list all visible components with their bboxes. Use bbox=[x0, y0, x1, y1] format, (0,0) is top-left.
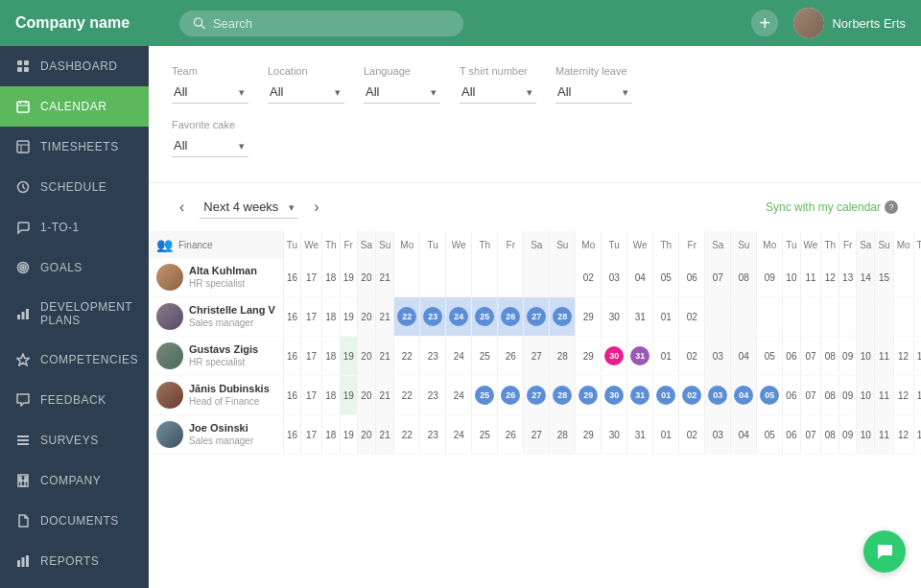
period-select-wrap[interactable]: Next 4 weeks bbox=[200, 196, 298, 219]
date-cell bbox=[875, 297, 893, 337]
next-period-button[interactable]: › bbox=[306, 195, 326, 220]
event-dot[interactable]: 28 bbox=[553, 386, 572, 405]
sidebar-item-dev-plans[interactable]: DEVELOPMENT PLANS bbox=[0, 288, 149, 340]
date-cell bbox=[821, 297, 839, 337]
sidebar-item-goals[interactable]: GOALS bbox=[0, 247, 149, 288]
date-cell[interactable]: 30 bbox=[602, 337, 627, 376]
date-cell[interactable]: 19 bbox=[340, 337, 357, 376]
sidebar-item-dashboard[interactable]: DASHBOARD bbox=[0, 46, 149, 86]
event-dot[interactable]: 27 bbox=[527, 386, 546, 405]
date-cell[interactable]: 03 bbox=[705, 376, 731, 415]
date-cell: 12 bbox=[893, 337, 913, 376]
date-cell[interactable]: 26 bbox=[498, 297, 524, 337]
date-cell: 19 bbox=[340, 415, 357, 455]
sidebar-item-schedule[interactable]: SCHEDULE bbox=[0, 167, 149, 207]
date-cell[interactable]: 27 bbox=[524, 376, 550, 415]
date-cell: 07 bbox=[800, 415, 821, 455]
date-cell: 12 bbox=[821, 258, 839, 297]
date-cell[interactable]: 31 bbox=[627, 337, 653, 376]
filter-tshirt-wrap[interactable]: All bbox=[460, 81, 536, 104]
sync-label: Sync with my calendar bbox=[766, 200, 881, 214]
event-dot[interactable]: 05 bbox=[760, 386, 779, 405]
svg-rect-10 bbox=[17, 141, 29, 153]
sync-calendar-link[interactable]: Sync with my calendar ? bbox=[766, 200, 898, 214]
date-cell[interactable]: 05 bbox=[757, 376, 783, 415]
user-name: Norberts Erts bbox=[832, 16, 906, 31]
date-cell[interactable]: 23 bbox=[420, 297, 446, 337]
event-dot-purple[interactable]: 31 bbox=[630, 346, 649, 365]
date-cell bbox=[757, 297, 783, 337]
filter-team-select[interactable]: All bbox=[172, 81, 248, 104]
sidebar-item-calendar[interactable]: CALENDAR bbox=[0, 86, 149, 127]
header: Company name + Norberts Erts bbox=[0, 0, 921, 46]
sidebar-item-1to1[interactable]: 1-TO-1 bbox=[0, 207, 149, 247]
date-cell[interactable]: 19 bbox=[340, 376, 357, 415]
event-dot-pink[interactable]: 30 bbox=[604, 346, 624, 365]
date-cell[interactable]: 28 bbox=[550, 376, 576, 415]
date-cell: 03 bbox=[705, 337, 731, 376]
event-dot[interactable]: 25 bbox=[475, 307, 494, 326]
event-dot[interactable]: 24 bbox=[449, 307, 468, 326]
date-cell[interactable]: 31 bbox=[627, 376, 653, 415]
sidebar-item-competencies[interactable]: COMPETENCIES bbox=[0, 340, 149, 380]
event-dot[interactable]: 01 bbox=[656, 386, 675, 405]
date-cell[interactable]: 27 bbox=[524, 297, 550, 337]
filter-cake-wrap[interactable]: All bbox=[172, 134, 248, 157]
date-cell[interactable]: 22 bbox=[394, 297, 420, 337]
sidebar-item-documents[interactable]: DOCUMENTS bbox=[0, 501, 149, 541]
sidebar-label-1to1: 1-TO-1 bbox=[40, 221, 80, 234]
prev-period-button[interactable]: ‹ bbox=[172, 195, 192, 220]
date-cell[interactable]: 25 bbox=[472, 297, 498, 337]
date-cell: 08 bbox=[731, 258, 757, 297]
date-cell[interactable]: 02 bbox=[679, 376, 705, 415]
event-dot[interactable]: 31 bbox=[630, 386, 649, 405]
event-dot[interactable]: 30 bbox=[604, 386, 624, 405]
date-cell: 26 bbox=[498, 337, 524, 376]
event-dot[interactable]: 22 bbox=[397, 307, 416, 326]
date-cell[interactable]: 26 bbox=[498, 376, 524, 415]
search-input[interactable] bbox=[213, 16, 450, 31]
add-button[interactable]: + bbox=[751, 10, 778, 36]
chat-button[interactable] bbox=[863, 530, 906, 573]
filter-location-wrap[interactable]: All bbox=[268, 81, 344, 104]
filter-maternity-wrap[interactable]: All bbox=[555, 81, 632, 104]
filter-language-select[interactable]: All bbox=[364, 81, 440, 104]
sidebar-item-reports[interactable]: REPORTS bbox=[0, 541, 149, 581]
svg-rect-2 bbox=[17, 60, 22, 65]
date-cell[interactable]: 01 bbox=[653, 376, 679, 415]
date-cell: 08 bbox=[821, 337, 839, 376]
period-select[interactable]: Next 4 weeks bbox=[200, 196, 298, 219]
date-cell[interactable]: 28 bbox=[550, 297, 576, 337]
sidebar-item-feedback[interactable]: FEEDBACK bbox=[0, 380, 149, 420]
filter-tshirt-select[interactable]: All bbox=[460, 81, 536, 104]
date-cell[interactable]: 29 bbox=[576, 376, 602, 415]
col-we2: We bbox=[446, 231, 472, 258]
event-dot[interactable]: 25 bbox=[475, 386, 494, 405]
event-dot[interactable]: 27 bbox=[527, 307, 546, 326]
date-cell[interactable]: 04 bbox=[731, 376, 757, 415]
filter-team-wrap[interactable]: All bbox=[172, 81, 248, 104]
filter-location-select[interactable]: All bbox=[268, 81, 344, 104]
event-dot[interactable]: 03 bbox=[708, 386, 727, 405]
date-cell[interactable]: 24 bbox=[446, 297, 472, 337]
dept-name: Finance bbox=[178, 240, 213, 250]
sidebar-item-timesheets[interactable]: TIMESHEETS bbox=[0, 127, 149, 167]
svg-line-1 bbox=[201, 25, 204, 28]
filter-language-wrap[interactable]: All bbox=[364, 81, 440, 104]
date-cell: 17 bbox=[301, 258, 322, 297]
date-cell[interactable]: 30 bbox=[602, 376, 627, 415]
event-dot[interactable]: 23 bbox=[423, 307, 442, 326]
user-profile[interactable]: Norberts Erts bbox=[793, 8, 906, 38]
date-cell[interactable]: 25 bbox=[472, 376, 498, 415]
filter-maternity-select[interactable]: All bbox=[555, 81, 632, 104]
event-dot[interactable]: 02 bbox=[682, 386, 701, 405]
filter-cake-select[interactable]: All bbox=[172, 134, 248, 157]
event-dot[interactable]: 29 bbox=[579, 386, 598, 405]
search-bar[interactable] bbox=[179, 11, 463, 36]
event-dot[interactable]: 26 bbox=[501, 307, 520, 326]
sidebar-item-surveys[interactable]: SURVEYS bbox=[0, 420, 149, 460]
sidebar-item-company[interactable]: COMPANY bbox=[0, 460, 149, 501]
event-dot[interactable]: 04 bbox=[734, 386, 753, 405]
event-dot[interactable]: 26 bbox=[501, 386, 520, 405]
event-dot[interactable]: 28 bbox=[553, 307, 572, 326]
